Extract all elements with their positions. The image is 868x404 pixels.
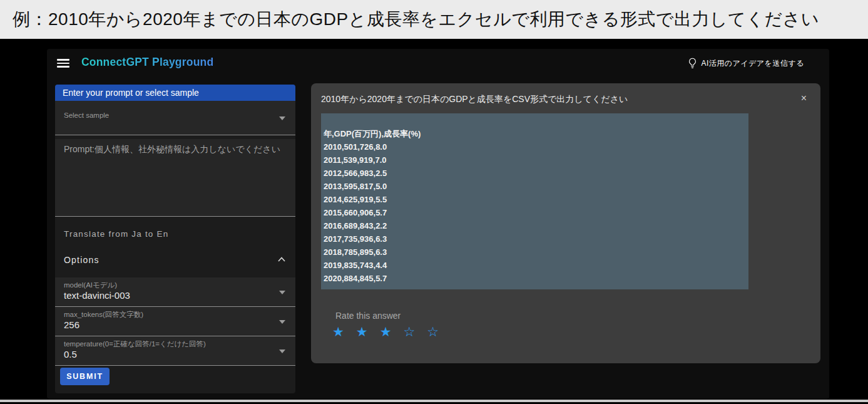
csv-output: 年,GDP(百万円),成長率(%) 2010,501,726,8.0 2011,… [324, 127, 743, 285]
sample-select-label: Select sample [64, 111, 109, 119]
bottom-border [0, 400, 868, 402]
star-3-icon[interactable]: ★ [380, 324, 392, 339]
chevron-down-icon [279, 117, 285, 120]
star-2-icon[interactable]: ★ [356, 324, 368, 339]
star-1-icon[interactable]: ★ [332, 324, 344, 339]
temperature-label: temperature(0=正確な回答/1=くだけた回答) [64, 339, 287, 349]
model-select[interactable]: model(AIモデル) text-davinci-003 [55, 277, 295, 307]
lightbulb-icon [688, 58, 697, 69]
submit-button[interactable]: SUBMIT [60, 368, 110, 385]
chevron-up-icon [278, 257, 285, 262]
star-4-icon[interactable]: ☆ [403, 324, 415, 339]
model-select-label: model(AIモデル) [64, 281, 287, 290]
csv-output-box: 年,GDP(百万円),成長率(%) 2010,501,726,8.0 2011,… [321, 113, 748, 289]
sample-select[interactable]: Select sample [55, 101, 295, 135]
prompt-panel: Enter your prompt or select sample Selec… [55, 85, 295, 393]
model-select-value: text-davinci-003 [64, 290, 287, 301]
answer-card: 2010年から2020年までの日本のGDPと成長率をCSV形式で出力してください… [311, 83, 820, 363]
chevron-down-icon [279, 291, 285, 294]
star-5-icon[interactable]: ☆ [427, 324, 439, 339]
options-toggle[interactable]: Options [55, 254, 295, 269]
prompt-panel-header: Enter your prompt or select sample [55, 85, 295, 101]
close-icon[interactable]: × [801, 93, 807, 103]
prompt-input[interactable] [55, 139, 295, 217]
max-tokens-value: 256 [64, 319, 287, 330]
caption-banner: 例：2010年から2020年までの日本のGDPと成長率をエクセルで利用できる形式… [0, 0, 868, 39]
app-window: ConnectGPT Playground AI活用のアイデアを送信する Ent… [47, 49, 829, 399]
options-label: Options [64, 255, 100, 265]
caption-text: 例：2010年から2020年までの日本のGDPと成長率をエクセルで利用できる形式… [13, 8, 819, 31]
max-tokens-select[interactable]: max_tokens(回答文字数) 256 [55, 307, 295, 336]
star-rating: ★★★☆☆ [332, 324, 439, 339]
rate-answer-label: Rate this answer [335, 311, 401, 321]
chevron-down-icon [279, 320, 285, 324]
answer-prompt-text: 2010年から2020年までの日本のGDPと成長率をCSV形式で出力してください [321, 94, 628, 105]
app-title: ConnectGPT Playground [81, 56, 213, 69]
submit-idea-link[interactable]: AI活用のアイデアを送信する [688, 58, 804, 69]
chevron-down-icon [279, 350, 285, 353]
menu-icon[interactable] [57, 59, 69, 68]
translate-label: Translate from Ja to En [64, 229, 168, 239]
temperature-value: 0.5 [64, 349, 287, 360]
submit-idea-label: AI活用のアイデアを送信する [701, 58, 804, 69]
temperature-select[interactable]: temperature(0=正確な回答/1=くだけた回答) 0.5 [55, 336, 295, 366]
max-tokens-label: max_tokens(回答文字数) [64, 310, 287, 319]
